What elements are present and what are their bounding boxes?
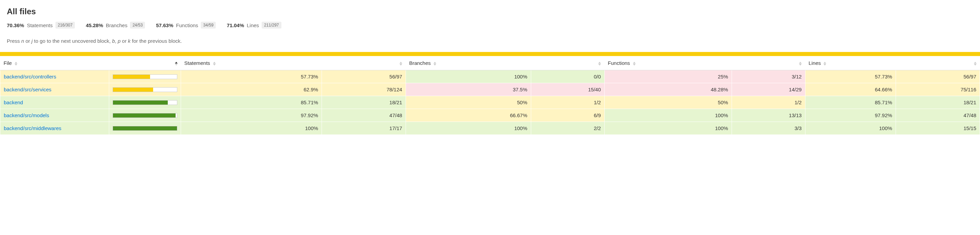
summary-statements-label: Statements: [27, 22, 53, 28]
coverage-bar: [113, 100, 177, 105]
branches-pct: 50%: [406, 96, 531, 109]
page-title: All files: [7, 7, 973, 16]
lines-pct: 100%: [805, 122, 896, 135]
bar-cell: [109, 83, 181, 96]
file-link[interactable]: backend/src/services: [4, 87, 51, 92]
bar-cell: [109, 70, 181, 83]
column-header-lines-frac[interactable]: [896, 56, 980, 70]
file-cell: backend/src/models: [0, 109, 109, 122]
lines-frac: 15/15: [896, 122, 980, 135]
lines-pct: 57.73%: [805, 70, 896, 83]
coverage-bar: [113, 87, 177, 92]
column-header-statements[interactable]: Statements: [181, 56, 322, 70]
summary-functions-label: Functions: [176, 22, 198, 28]
branches-pct: 37.5%: [406, 83, 531, 96]
functions-frac: 1/2: [732, 96, 805, 109]
statements-pct: 85.71%: [181, 96, 322, 109]
column-header-functions-frac[interactable]: [732, 56, 805, 70]
branches-frac: 6/9: [531, 109, 605, 122]
sort-icon: [633, 62, 636, 66]
sort-icon: [434, 62, 436, 66]
column-header-branches-frac[interactable]: [531, 56, 605, 70]
branches-pct: 100%: [406, 70, 531, 83]
functions-pct: 100%: [605, 122, 732, 135]
branches-frac: 0/0: [531, 70, 605, 83]
branches-frac: 1/2: [531, 96, 605, 109]
help-text: Press n or j to go to the next uncovered…: [7, 38, 973, 44]
statements-pct: 100%: [181, 122, 322, 135]
bar-cell: [109, 122, 181, 135]
statements-frac: 56/97: [321, 70, 406, 83]
functions-pct: 100%: [605, 109, 732, 122]
sort-icon: [399, 62, 402, 66]
statements-pct: 57.73%: [181, 70, 322, 83]
statements-pct: 62.9%: [181, 83, 322, 96]
statements-pct: 97.92%: [181, 109, 322, 122]
lines-frac: 56/97: [896, 70, 980, 83]
sort-icon: [14, 62, 18, 66]
table-row: backend/src/models97.92%47/4866.67%6/910…: [0, 109, 980, 122]
summary-lines-fraction: 211/297: [262, 22, 281, 28]
summary-statements-fraction: 216/307: [56, 22, 75, 28]
coverage-bar: [113, 113, 177, 118]
file-cell: backend/src/services: [0, 83, 109, 96]
column-header-branches[interactable]: Branches: [406, 56, 531, 70]
lines-pct: 85.71%: [805, 96, 896, 109]
file-cell: backend: [0, 96, 109, 109]
functions-pct: 50%: [605, 96, 732, 109]
summary-branches-pct: 45.28%: [86, 22, 103, 28]
functions-pct: 48.28%: [605, 83, 732, 96]
coverage-bar: [113, 126, 177, 131]
sort-icon: [799, 62, 802, 66]
file-cell: backend/src/controllers: [0, 70, 109, 83]
sort-icon: [974, 62, 977, 66]
column-header-functions[interactable]: Functions: [605, 56, 732, 70]
branches-pct: 100%: [406, 122, 531, 135]
bar-cell: [109, 96, 181, 109]
file-cell: backend/src/middlewares: [0, 122, 109, 135]
statements-frac: 17/17: [321, 122, 406, 135]
sort-icon: [175, 62, 178, 66]
statements-frac: 78/124: [321, 83, 406, 96]
sort-icon: [213, 62, 216, 66]
lines-frac: 75/116: [896, 83, 980, 96]
summary-functions-fraction: 34/59: [201, 22, 216, 28]
summary-statements: 70.36% Statements 216/307: [7, 22, 75, 28]
file-link[interactable]: backend: [4, 99, 23, 105]
bar-cell: [109, 109, 181, 122]
coverage-table: File Statements: [0, 56, 980, 135]
column-header-bar[interactable]: [109, 56, 181, 70]
column-header-lines[interactable]: Lines: [805, 56, 896, 70]
branches-frac: 2/2: [531, 122, 605, 135]
lines-frac: 18/21: [896, 96, 980, 109]
table-row: backend/src/middlewares100%17/17100%2/21…: [0, 122, 980, 135]
file-link[interactable]: backend/src/middlewares: [4, 125, 61, 131]
summary-statements-pct: 70.36%: [7, 22, 24, 28]
table-row: backend85.71%18/2150%1/250%1/285.71%18/2…: [0, 96, 980, 109]
summary-lines-label: Lines: [247, 22, 259, 28]
branches-pct: 66.67%: [406, 109, 531, 122]
column-header-statements-frac[interactable]: [321, 56, 406, 70]
column-header-file[interactable]: File: [0, 56, 109, 70]
functions-frac: 14/29: [732, 83, 805, 96]
summary-branches: 45.28% Branches 24/53: [86, 22, 145, 28]
coverage-summary: 70.36% Statements 216/307 45.28% Branche…: [7, 22, 973, 28]
coverage-bar: [113, 74, 177, 79]
summary-functions: 57.63% Functions 34/59: [156, 22, 216, 28]
functions-frac: 13/13: [732, 109, 805, 122]
summary-branches-fraction: 24/53: [130, 22, 145, 28]
statements-frac: 47/48: [321, 109, 406, 122]
summary-branches-label: Branches: [106, 22, 127, 28]
file-link[interactable]: backend/src/models: [4, 112, 49, 118]
functions-frac: 3/12: [732, 70, 805, 83]
functions-frac: 3/3: [732, 122, 805, 135]
file-link[interactable]: backend/src/controllers: [4, 74, 56, 79]
status-bar: [0, 52, 980, 56]
summary-functions-pct: 57.63%: [156, 22, 173, 28]
summary-lines-pct: 71.04%: [227, 22, 244, 28]
table-row: backend/src/controllers57.73%56/97100%0/…: [0, 70, 980, 83]
sort-icon: [598, 62, 601, 66]
sort-icon: [824, 62, 826, 66]
branches-frac: 15/40: [531, 83, 605, 96]
lines-frac: 47/48: [896, 109, 980, 122]
